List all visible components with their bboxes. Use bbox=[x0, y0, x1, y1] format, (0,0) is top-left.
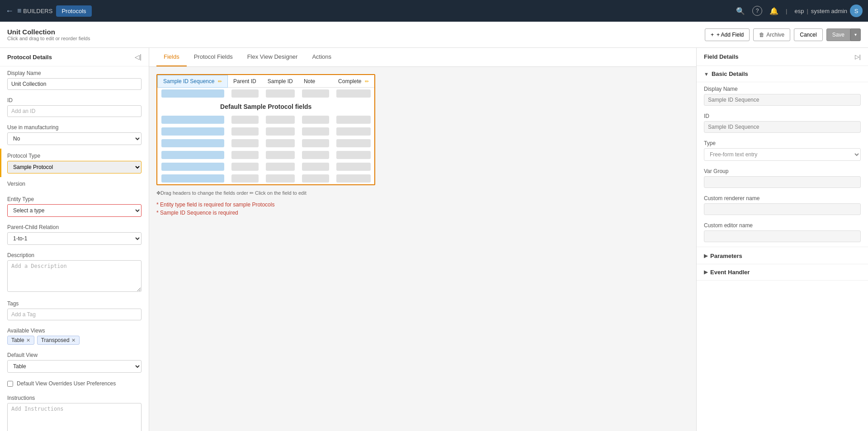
id-label: ID bbox=[7, 97, 142, 103]
parameters-section-header[interactable]: ▶ Parameters bbox=[697, 248, 868, 264]
col-complete-label: Complete bbox=[338, 78, 361, 84]
center-content: Fields Protocol Fields Flex View Designe… bbox=[149, 48, 696, 431]
table-area: Sample ID Sequence ✏ Parent ID Sample ID… bbox=[149, 67, 696, 431]
builders-icon: ≡ bbox=[17, 7, 21, 15]
event-handler-label: Event Handler bbox=[710, 269, 750, 276]
esp-label: esp bbox=[794, 8, 804, 14]
tab-protocol-fields[interactable]: Protocol Fields bbox=[187, 48, 240, 66]
archive-label: Archive bbox=[766, 32, 784, 38]
view-tag-transposed: Transposed ✕ bbox=[37, 336, 80, 345]
cell-grey bbox=[302, 174, 329, 183]
event-handler-section-header[interactable]: ▶ Event Handler bbox=[697, 264, 868, 281]
drag-hint: ✥Drag headers to change the fields order bbox=[156, 190, 248, 196]
protocol-type-select[interactable]: Sample Protocol Other bbox=[7, 161, 142, 173]
tags-group: Tags bbox=[0, 297, 149, 324]
right-panel: Field Details ▷| ▼ Basic Details Display… bbox=[696, 48, 868, 431]
cell-grey bbox=[231, 116, 259, 124]
default-sample-row: Default Sample Protocol fields bbox=[158, 99, 375, 114]
hints-row: ✥Drag headers to change the fields order… bbox=[156, 190, 689, 196]
table-row bbox=[158, 173, 375, 184]
use-in-manufacturing-select[interactable]: No Yes bbox=[7, 132, 142, 145]
cell-grey bbox=[336, 127, 371, 136]
notification-icon-button[interactable]: 🔔 bbox=[769, 7, 778, 15]
cell-grey bbox=[302, 139, 329, 147]
cell-blue bbox=[161, 89, 224, 98]
table-row bbox=[158, 126, 375, 137]
tags-input[interactable] bbox=[7, 309, 142, 320]
add-field-icon: + bbox=[711, 32, 714, 38]
description-textarea[interactable] bbox=[7, 260, 142, 292]
main-layout: Protocol Details ◁| Display Name ID Use … bbox=[0, 48, 868, 431]
field-id-group: ID bbox=[697, 109, 868, 136]
tab-flex-view-designer[interactable]: Flex View Designer bbox=[240, 48, 305, 66]
cancel-button[interactable]: Cancel bbox=[794, 28, 822, 41]
save-button[interactable]: Save bbox=[826, 28, 850, 41]
sidebar-collapse-button[interactable]: ◁| bbox=[135, 53, 142, 61]
cell-grey bbox=[231, 139, 259, 147]
cell-grey bbox=[336, 89, 371, 98]
default-view-overrides-label: Default View Overrides User Preferences bbox=[17, 380, 116, 388]
cell-grey bbox=[266, 151, 295, 159]
table-body: Default Sample Protocol fields bbox=[158, 88, 375, 185]
view-tag-transposed-label: Transposed bbox=[41, 337, 70, 343]
field-id-input[interactable] bbox=[704, 121, 861, 133]
view-tag-transposed-remove[interactable]: ✕ bbox=[71, 337, 75, 343]
add-field-button[interactable]: + + Add Field bbox=[705, 28, 750, 41]
col-note[interactable]: Note bbox=[298, 75, 333, 88]
field-display-name-group: Display Name bbox=[697, 82, 868, 109]
archive-button[interactable]: 🗑 Archive bbox=[753, 28, 790, 41]
field-type-group: Type Free-form text entry Number Date bbox=[697, 136, 868, 164]
cell-blue bbox=[161, 163, 224, 171]
add-field-label: + Add Field bbox=[717, 32, 744, 38]
display-name-input[interactable] bbox=[7, 78, 142, 90]
protocols-button[interactable]: Protocols bbox=[56, 5, 91, 17]
entity-type-select[interactable]: Select a type bbox=[7, 204, 142, 217]
default-view-label: Default View bbox=[7, 352, 142, 358]
col-sample-id[interactable]: Sample ID bbox=[262, 75, 298, 88]
field-id-label: ID bbox=[704, 113, 861, 119]
basic-details-chevron: ▼ bbox=[704, 71, 709, 77]
cell-grey bbox=[266, 163, 295, 171]
col-complete-edit-icon: ✏ bbox=[365, 79, 369, 84]
field-var-group-input[interactable] bbox=[704, 176, 861, 188]
back-button[interactable]: ← bbox=[5, 6, 14, 16]
basic-details-section-header[interactable]: ▼ Basic Details bbox=[697, 66, 868, 82]
id-input[interactable] bbox=[7, 105, 142, 117]
view-tag-table-remove[interactable]: ✕ bbox=[26, 337, 30, 343]
field-custom-renderer-label: Custom renderer name bbox=[704, 195, 861, 201]
table-row bbox=[158, 149, 375, 161]
tab-actions[interactable]: Actions bbox=[305, 48, 339, 66]
save-dropdown-button[interactable]: ▾ bbox=[850, 28, 861, 41]
field-display-name-input[interactable] bbox=[704, 94, 861, 106]
col-complete[interactable]: Complete ✏ bbox=[333, 75, 374, 88]
field-custom-renderer-group: Custom renderer name bbox=[697, 192, 868, 219]
search-icon-button[interactable]: 🔍 bbox=[736, 7, 745, 15]
cell-blue bbox=[161, 139, 224, 147]
field-type-label: Type bbox=[704, 140, 861, 146]
field-var-group-label: Var Group bbox=[704, 168, 861, 174]
field-custom-editor-input[interactable] bbox=[704, 230, 861, 242]
instructions-textarea[interactable] bbox=[7, 403, 142, 431]
default-view-group: Default View Table Transposed bbox=[0, 348, 149, 376]
parameters-label: Parameters bbox=[710, 253, 742, 259]
topnav-right: 🔍 ? 🔔 | esp | system admin S bbox=[736, 5, 863, 17]
help-icon-button[interactable]: ? bbox=[752, 6, 762, 16]
default-view-overrides-checkbox[interactable] bbox=[7, 381, 13, 387]
col-sample-id-sequence[interactable]: Sample ID Sequence ✏ bbox=[158, 75, 228, 88]
protocol-type-group: Protocol Type Sample Protocol Other bbox=[0, 149, 149, 177]
tab-fields[interactable]: Fields bbox=[156, 48, 187, 66]
field-custom-renderer-input[interactable] bbox=[704, 203, 861, 215]
validation-error-entity-type: * Entity type field is required for samp… bbox=[156, 201, 689, 208]
cell-grey bbox=[231, 89, 259, 98]
right-panel-collapse-button[interactable]: ▷| bbox=[855, 53, 861, 60]
default-view-select[interactable]: Table Transposed bbox=[7, 360, 142, 373]
parent-child-select[interactable]: 1-to-1 1-to-many bbox=[7, 232, 142, 245]
instructions-group: Instructions bbox=[0, 391, 149, 431]
cell-grey bbox=[336, 163, 371, 171]
field-type-select[interactable]: Free-form text entry Number Date bbox=[704, 148, 861, 161]
id-group: ID bbox=[0, 94, 149, 121]
separator bbox=[697, 247, 868, 247]
basic-details-label: Basic Details bbox=[712, 70, 748, 77]
col-parent-id[interactable]: Parent ID bbox=[228, 75, 262, 88]
cell-grey bbox=[266, 127, 295, 136]
